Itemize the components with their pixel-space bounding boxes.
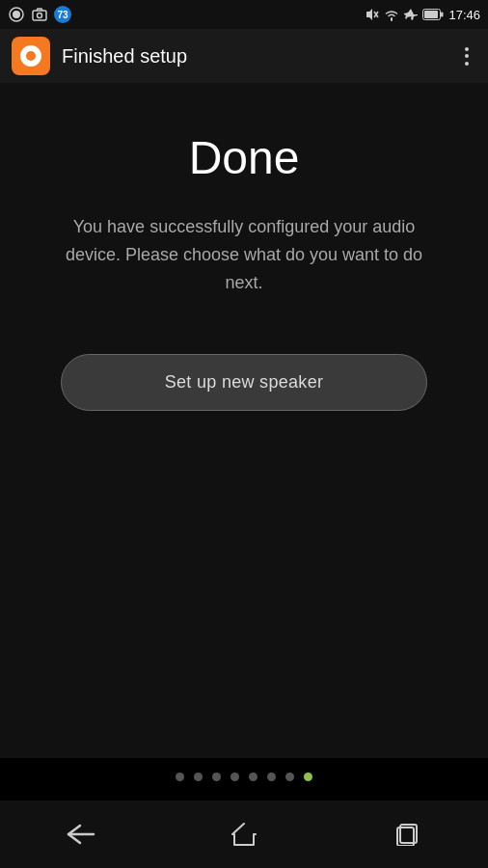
notification-badge: 73 [54,6,71,23]
airplane-icon [404,8,418,21]
page-dot-8-active [304,773,312,781]
photo-icon [31,6,48,23]
app-icon-inner [20,45,41,67]
app-icon [12,37,50,75]
back-button[interactable] [52,815,110,854]
overflow-menu-button[interactable] [457,40,476,73]
record-icon [8,6,25,23]
overflow-dot-3 [465,62,469,66]
mute-icon [366,8,379,21]
svg-rect-8 [441,13,444,17]
app-icon-dot [26,51,36,61]
overflow-dot-2 [465,54,469,58]
home-button[interactable] [215,815,273,854]
page-dot-2 [194,773,203,781]
page-dot-1 [176,773,184,781]
page-dot-6 [267,773,276,781]
time-display: 17:46 [448,8,480,22]
status-bar: 73 17:46 [0,0,488,29]
home-icon [230,822,258,847]
main-content: Done You have successfully configured yo… [0,83,488,758]
svg-rect-7 [424,11,438,18]
page-indicators [0,773,488,781]
page-dot-3 [212,773,221,781]
wifi-icon [384,9,399,21]
svg-point-1 [13,11,20,18]
overflow-dot-1 [465,47,469,51]
back-icon [67,824,95,845]
recents-icon [395,823,419,846]
status-bar-right: 17:46 [366,8,480,22]
recents-button[interactable] [378,815,436,854]
page-title: Finished setup [62,45,446,68]
page-dot-7 [285,773,294,781]
page-dot-4 [230,773,239,781]
setup-new-speaker-button[interactable]: Set up new speaker [61,354,427,411]
nav-bar [0,800,488,868]
success-message: You have successfully configured your au… [51,213,437,296]
svg-point-3 [38,14,42,18]
battery-icon [422,9,444,20]
status-bar-left: 73 [8,6,71,23]
page-dot-5 [249,773,258,781]
svg-rect-2 [33,11,46,20]
done-title: Done [189,131,300,184]
title-bar: Finished setup [0,29,488,83]
